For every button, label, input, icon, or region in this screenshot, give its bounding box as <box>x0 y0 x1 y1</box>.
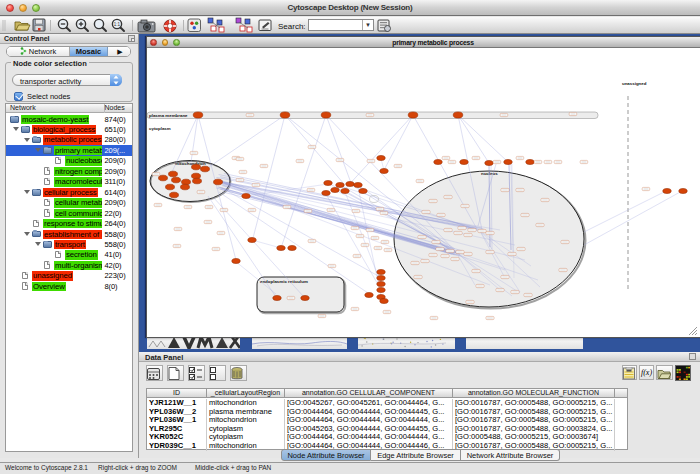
svg-text:plasma membrane: plasma membrane <box>149 113 188 118</box>
svg-text:mitochondrion: mitochondrion <box>175 161 206 166</box>
svg-text:nucleus: nucleus <box>481 171 498 176</box>
svg-text:1:1: 1:1 <box>114 22 121 27</box>
svg-text:endoplasmic reticulum: endoplasmic reticulum <box>260 279 308 284</box>
svg-text:cytoplasm: cytoplasm <box>149 126 171 131</box>
svg-text:unassigned: unassigned <box>622 81 647 86</box>
